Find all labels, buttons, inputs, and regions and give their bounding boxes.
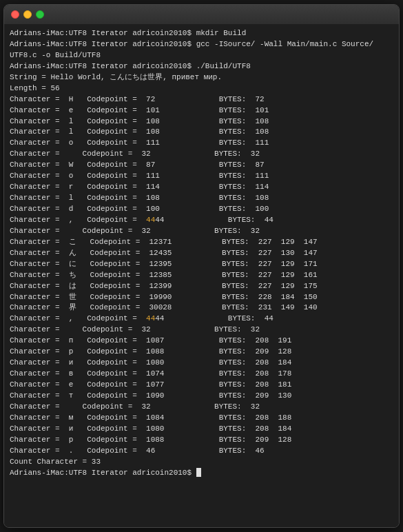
close-button[interactable] — [11, 10, 19, 19]
terminal-line: String = Hello World, こんにちは世界, привет ми… — [10, 72, 393, 83]
terminal-line: Character = т Codepoint = 1090 BYTES: 20… — [10, 391, 393, 402]
terminal-line: UTF8.c -o Build/UTF8 — [10, 50, 393, 61]
terminal-line: Character = , Codepoint = 4444 BYTES: 44 — [10, 314, 393, 325]
terminal-line: Character = и Codepoint = 1080 BYTES: 20… — [10, 424, 393, 435]
terminal-line: Character = Codepoint = 32 BYTES: 32 — [10, 226, 393, 237]
minimize-button[interactable] — [23, 10, 32, 19]
terminal-content[interactable]: Adrians-iMac:UTF8 Iterator adricoin2010$… — [4, 24, 399, 527]
terminal-line: Adrians-iMac:UTF8 Iterator adricoin2010$… — [10, 61, 393, 72]
terminal-line: Adrians-iMac:UTF8 Iterator adricoin2010$… — [10, 28, 393, 39]
terminal-line: Length = 56 — [10, 83, 393, 94]
terminal-line: Character = は Codepoint = 12399 BYTES: 2… — [10, 281, 393, 292]
terminal-line: Character = 界 Codepoint = 30028 BYTES: 2… — [10, 303, 393, 314]
terminal-line: Character = е Codepoint = 1077 BYTES: 20… — [10, 380, 393, 391]
terminal-line: Character = ち Codepoint = 12385 BYTES: 2… — [10, 270, 393, 281]
orange-codepoint: 44 — [146, 216, 155, 224]
terminal-line: Character = Codepoint = 32 BYTES: 32 — [10, 149, 393, 160]
terminal-line: Count Character = 33 — [10, 457, 393, 468]
terminal-line: Character = п Codepoint = 1087 BYTES: 20… — [10, 336, 393, 347]
terminal-line: Character = 世 Codepoint = 19990 BYTES: 2… — [10, 292, 393, 303]
terminal-line: Character = r Codepoint = 114 BYTES: 114 — [10, 182, 393, 193]
terminal-line: Character = o Codepoint = 111 BYTES: 111 — [10, 171, 393, 182]
cursor — [196, 468, 201, 477]
terminal-line: Character = Codepoint = 32 BYTES: 32 — [10, 402, 393, 413]
terminal-line: Character = l Codepoint = 108 BYTES: 108 — [10, 127, 393, 138]
terminal-line: Character = H Codepoint = 72 BYTES: 72 — [10, 94, 393, 105]
terminal-line: Character = в Codepoint = 1074 BYTES: 20… — [10, 369, 393, 380]
maximize-button[interactable] — [36, 10, 44, 19]
terminal-line: Character = . Codepoint = 46 BYTES: 46 — [10, 446, 393, 457]
terminal-line: Character = и Codepoint = 1080 BYTES: 20… — [10, 358, 393, 369]
terminal-line: Character = こ Codepoint = 12371 BYTES: 2… — [10, 237, 393, 248]
terminal-line: Character = に Codepoint = 12395 BYTES: 2… — [10, 259, 393, 270]
terminal-line: Character = м Codepoint = 1084 BYTES: 20… — [10, 413, 393, 424]
terminal-line: Character = W Codepoint = 87 BYTES: 87 — [10, 160, 393, 171]
terminal-line: Character = р Codepoint = 1088 BYTES: 20… — [10, 435, 393, 446]
terminal-line: Character = l Codepoint = 108 BYTES: 108 — [10, 193, 393, 204]
terminal-line: Character = d Codepoint = 100 BYTES: 100 — [10, 204, 393, 215]
terminal-line: Character = e Codepoint = 101 BYTES: 101 — [10, 105, 393, 116]
terminal-line: Character = o Codepoint = 111 BYTES: 111 — [10, 138, 393, 149]
terminal-line: Character = Codepoint = 32 BYTES: 32 — [10, 325, 393, 336]
terminal-line: Adrians-iMac:UTF8 Iterator adricoin2010$… — [10, 39, 393, 50]
terminal-line: Adrians-iMac:UTF8 Iterator adricoin2010$ — [10, 468, 393, 479]
terminal-line: Character = , Codepoint = 4444 BYTES: 44 — [10, 215, 393, 226]
titlebar — [4, 5, 399, 24]
terminal-line: Character = р Codepoint = 1088 BYTES: 20… — [10, 347, 393, 358]
terminal-window: Adrians-iMac:UTF8 Iterator adricoin2010$… — [3, 4, 400, 528]
orange-codepoint: 44 — [146, 314, 155, 323]
terminal-line: Character = l Codepoint = 108 BYTES: 108 — [10, 116, 393, 127]
terminal-line: Character = ん Codepoint = 12435 BYTES: 2… — [10, 248, 393, 259]
